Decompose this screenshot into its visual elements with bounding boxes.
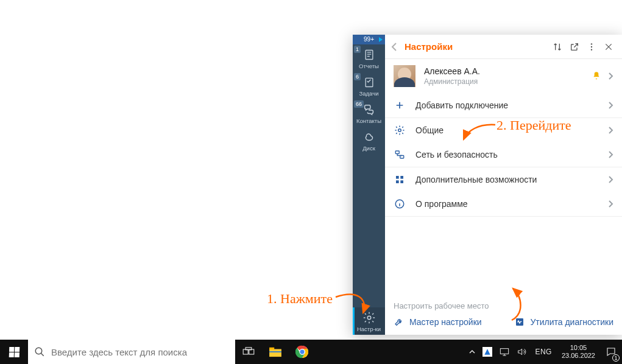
disk-icon [362, 130, 376, 144]
badge: 6 [354, 73, 361, 80]
nav-label: Отчеты [359, 63, 379, 69]
settings-advanced-row[interactable]: Дополнительные возможности [385, 167, 622, 192]
svg-rect-20 [269, 348, 274, 350]
svg-rect-1 [366, 78, 373, 86]
nav-label: Настр-ки [357, 326, 381, 332]
chevron-right-icon [609, 72, 613, 80]
taskbar-search[interactable] [28, 340, 235, 364]
tray-time: 10:05 [570, 344, 587, 352]
panel-title: Настройки [405, 41, 549, 52]
row-label: Добавить подключение [415, 100, 609, 110]
svg-point-4 [591, 46, 592, 47]
nav-item-reports[interactable]: 1 Отчеты [353, 44, 385, 72]
svg-rect-11 [396, 180, 399, 183]
search-icon [34, 346, 45, 357]
info-icon [394, 198, 406, 210]
back-icon[interactable] [391, 43, 402, 51]
svg-rect-0 [366, 51, 373, 60]
nav-top-badge[interactable]: 99+ [353, 35, 385, 44]
plus-icon [394, 99, 406, 111]
settings-about-row[interactable]: О программе [385, 192, 622, 216]
row-label: Дополнительные возможности [415, 175, 609, 184]
bell-icon[interactable] [592, 71, 601, 81]
chevron-right-icon [609, 127, 613, 134]
gear-icon [394, 124, 406, 136]
svg-rect-21 [269, 351, 281, 352]
nav-label: Диск [362, 145, 375, 152]
add-connection-row[interactable]: Добавить подключение [385, 93, 622, 117]
svg-point-3 [591, 43, 592, 44]
notif-badge: 1 [612, 354, 620, 362]
tool-label: Утилита диагностики [530, 317, 613, 327]
nav-sidebar: 99+ 1 Отчеты 6 Задачи 66 Контакты [353, 35, 385, 335]
tray-language[interactable]: ENG [530, 340, 557, 364]
tray-volume-icon[interactable] [513, 340, 530, 364]
gear-icon [362, 311, 376, 324]
nav-item-settings[interactable]: Настр-ки [353, 307, 385, 335]
diagnostics-icon [514, 317, 525, 327]
tray-notifications-icon[interactable]: 1 [600, 340, 622, 364]
explorer-icon[interactable] [262, 340, 289, 364]
close-icon[interactable] [600, 38, 617, 55]
reports-icon [362, 48, 376, 61]
nav-label: Контакты [356, 117, 381, 124]
grid-icon [394, 173, 406, 186]
badge: 1 [354, 46, 361, 53]
settings-panel: Настройки Алексеев А.А. Администрация [385, 35, 622, 335]
nav-item-disk[interactable]: Диск [353, 127, 385, 154]
nav-label: Задачи [359, 90, 379, 97]
chevron-right-icon [609, 200, 613, 208]
network-icon [394, 149, 406, 161]
chevron-right-icon [609, 151, 613, 158]
more-icon[interactable] [583, 38, 600, 55]
chevron-right-icon [609, 176, 613, 183]
svg-point-6 [398, 129, 401, 132]
svg-rect-19 [269, 349, 281, 357]
row-label: Общие [415, 125, 609, 135]
diagnostics-tool[interactable]: Утилита диагностики [514, 317, 613, 327]
row-label: Сеть и безопасность [415, 150, 609, 159]
annotation-step1: 1. Нажмите [267, 291, 333, 307]
avatar [394, 65, 415, 87]
user-dept: Администрация [424, 77, 592, 86]
tasks-icon [362, 75, 376, 89]
panel-footer: Настроить рабочее место Мастер настройки… [385, 296, 622, 335]
svg-rect-27 [501, 349, 509, 354]
nav-item-contacts[interactable]: 66 Контакты [353, 99, 385, 127]
taskview-icon[interactable] [235, 340, 262, 364]
tray-chevron-up-icon[interactable] [465, 340, 479, 364]
sort-icon[interactable] [549, 38, 566, 55]
taskbar: ENG 10:05 23.06.2022 1 [0, 340, 622, 364]
wizard-tool[interactable]: Мастер настройки [394, 317, 482, 327]
windows-icon [9, 347, 19, 357]
tray-date: 23.06.2022 [562, 352, 595, 360]
panel-header: Настройки [385, 35, 622, 59]
tool-label: Мастер настройки [409, 317, 482, 327]
tray-display-icon[interactable] [496, 340, 513, 364]
footer-hint: Настроить рабочее место [394, 301, 613, 310]
svg-rect-7 [395, 151, 399, 154]
svg-point-5 [591, 49, 592, 50]
contacts-icon [362, 103, 376, 116]
search-input[interactable] [51, 347, 229, 357]
svg-rect-12 [400, 180, 403, 183]
user-row[interactable]: Алексеев А.А. Администрация [385, 59, 622, 93]
user-name: Алексеев А.А. [424, 66, 592, 76]
svg-rect-14 [516, 318, 523, 326]
chrome-icon[interactable] [289, 340, 316, 364]
chevron-right-icon [609, 102, 613, 109]
settings-general-row[interactable]: Общие [385, 118, 622, 142]
settings-network-security-row[interactable]: Сеть и безопасность [385, 142, 622, 167]
svg-rect-10 [400, 176, 403, 179]
taskbar-pinned [235, 340, 316, 364]
svg-rect-9 [396, 176, 399, 179]
popout-icon[interactable] [566, 38, 583, 55]
svg-point-15 [35, 348, 42, 354]
system-tray: ENG 10:05 23.06.2022 1 [465, 340, 622, 364]
start-button[interactable] [0, 340, 28, 364]
app-window: 99+ 1 Отчеты 6 Задачи 66 Контакты [353, 35, 622, 335]
tray-clock[interactable]: 10:05 23.06.2022 [557, 340, 600, 364]
nav-item-tasks[interactable]: 6 Задачи [353, 72, 385, 99]
svg-point-2 [367, 316, 371, 320]
tray-app-icon[interactable] [479, 340, 496, 364]
